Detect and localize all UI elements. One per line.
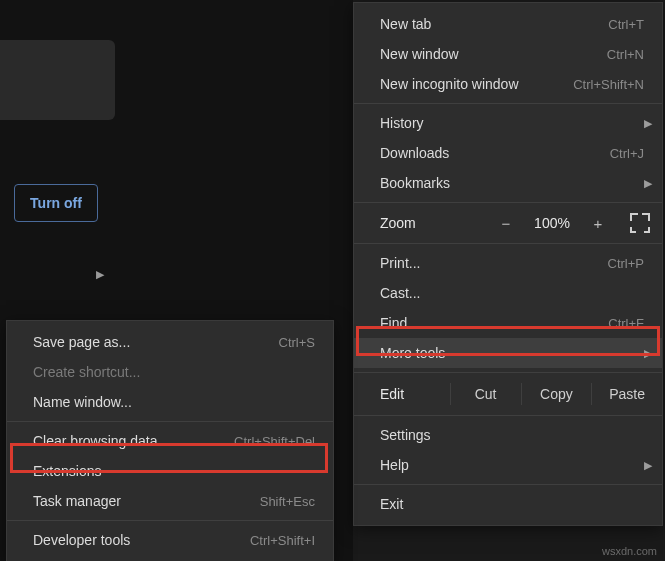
menu-shortcut: Ctrl+F [608, 316, 644, 331]
menu-label: More tools [380, 345, 445, 361]
menu-label: New incognito window [380, 76, 519, 92]
menu-shortcut: Shift+Esc [260, 494, 315, 509]
menu-item-name-window[interactable]: Name window... [7, 387, 333, 417]
menu-shortcut: Ctrl+T [608, 17, 644, 32]
menu-item-cast[interactable]: Cast... [354, 278, 662, 308]
zoom-label: Zoom [380, 215, 482, 231]
menu-item-zoom: Zoom − 100% + [354, 207, 662, 239]
separator [7, 421, 333, 422]
menu-label: Clear browsing data... [33, 433, 169, 449]
menu-shortcut: Ctrl+J [610, 146, 644, 161]
menu-item-developer-tools[interactable]: Developer tools Ctrl+Shift+I [7, 525, 333, 555]
background-panel [0, 40, 115, 120]
menu-item-downloads[interactable]: Downloads Ctrl+J [354, 138, 662, 168]
menu-label: Name window... [33, 394, 132, 410]
menu-item-more-tools[interactable]: More tools ▶ [354, 338, 662, 368]
menu-label: Bookmarks [380, 175, 450, 191]
menu-item-print[interactable]: Print... Ctrl+P [354, 248, 662, 278]
menu-label: New tab [380, 16, 431, 32]
menu-label: Save page as... [33, 334, 130, 350]
separator [354, 372, 662, 373]
separator [354, 243, 662, 244]
chevron-right-icon: ▶ [644, 347, 652, 360]
fullscreen-icon[interactable] [630, 213, 650, 233]
separator [354, 103, 662, 104]
separator [354, 484, 662, 485]
zoom-out-button[interactable]: − [492, 215, 520, 232]
menu-label: Cast... [380, 285, 420, 301]
menu-item-save-page[interactable]: Save page as... Ctrl+S [7, 327, 333, 357]
menu-item-clear-browsing-data[interactable]: Clear browsing data... Ctrl+Shift+Del [7, 426, 333, 456]
chrome-main-menu: New tab Ctrl+T New window Ctrl+N New inc… [353, 2, 663, 526]
menu-shortcut: Ctrl+Shift+I [250, 533, 315, 548]
chevron-right-icon: ▶ [644, 459, 652, 472]
menu-label: Exit [380, 496, 403, 512]
turn-off-button[interactable]: Turn off [14, 184, 98, 222]
menu-label: Settings [380, 427, 431, 443]
edit-label: Edit [380, 386, 450, 402]
watermark-text: wsxdn.com [602, 545, 657, 557]
more-tools-submenu: Save page as... Ctrl+S Create shortcut..… [6, 320, 334, 561]
zoom-in-button[interactable]: + [584, 215, 612, 232]
menu-label: Extensions [33, 463, 101, 479]
chevron-right-icon: ▶ [644, 117, 652, 130]
menu-label: Task manager [33, 493, 121, 509]
menu-label: Find... [380, 315, 419, 331]
menu-label: Downloads [380, 145, 449, 161]
menu-item-help[interactable]: Help ▶ [354, 450, 662, 480]
separator [7, 520, 333, 521]
menu-item-edit: Edit Cut Copy Paste [354, 377, 662, 411]
menu-label: History [380, 115, 424, 131]
menu-item-exit[interactable]: Exit [354, 489, 662, 519]
menu-label: Help [380, 457, 409, 473]
separator [354, 202, 662, 203]
copy-button[interactable]: Copy [521, 383, 592, 405]
menu-item-task-manager[interactable]: Task manager Shift+Esc [7, 486, 333, 516]
menu-item-new-window[interactable]: New window Ctrl+N [354, 39, 662, 69]
cut-button[interactable]: Cut [450, 383, 521, 405]
menu-label: New window [380, 46, 459, 62]
menu-label: Print... [380, 255, 420, 271]
menu-item-bookmarks[interactable]: Bookmarks ▶ [354, 168, 662, 198]
chevron-right-icon: ▶ [644, 177, 652, 190]
menu-shortcut: Ctrl+S [279, 335, 315, 350]
chevron-right-icon: ▶ [96, 268, 104, 281]
zoom-value: 100% [530, 215, 574, 231]
paste-button[interactable]: Paste [591, 383, 662, 405]
menu-shortcut: Ctrl+N [607, 47, 644, 62]
menu-label: Developer tools [33, 532, 130, 548]
menu-item-new-incognito[interactable]: New incognito window Ctrl+Shift+N [354, 69, 662, 99]
menu-shortcut: Ctrl+Shift+Del [234, 434, 315, 449]
menu-label: Create shortcut... [33, 364, 140, 380]
menu-item-create-shortcut: Create shortcut... [7, 357, 333, 387]
menu-item-new-tab[interactable]: New tab Ctrl+T [354, 9, 662, 39]
menu-item-find[interactable]: Find... Ctrl+F [354, 308, 662, 338]
separator [354, 415, 662, 416]
menu-shortcut: Ctrl+P [608, 256, 644, 271]
menu-shortcut: Ctrl+Shift+N [573, 77, 644, 92]
menu-item-extensions[interactable]: Extensions [7, 456, 333, 486]
menu-item-history[interactable]: History ▶ [354, 108, 662, 138]
menu-item-settings[interactable]: Settings [354, 420, 662, 450]
